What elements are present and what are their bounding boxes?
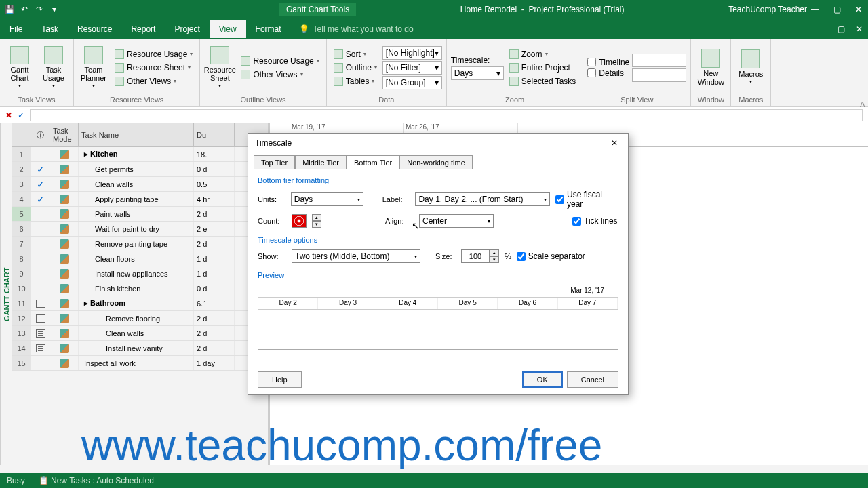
align-select[interactable]: Center▾	[419, 214, 494, 228]
group-dropdown[interactable]: [No Group]▾	[382, 76, 442, 89]
gantt-chart-button[interactable]: Gantt Chart▾	[4, 45, 35, 91]
zoom-button[interactable]: Zoom▾	[507, 48, 579, 60]
tab-resource[interactable]: Resource	[68, 20, 121, 38]
tick-lines-check[interactable]: Tick lines	[572, 216, 618, 226]
ribbon-options-icon[interactable]: ▢	[832, 24, 850, 34]
tab-file[interactable]: File	[0, 20, 32, 38]
resource-usage-button[interactable]: Resource Usage▾	[112, 48, 195, 60]
formula-bar: ✕ ✓	[0, 107, 868, 123]
accept-entry-icon[interactable]: ✓	[18, 110, 24, 120]
entire-project-button[interactable]: Entire Project	[507, 62, 579, 74]
tab-format[interactable]: Format	[246, 20, 291, 38]
show-select[interactable]: Two tiers (Middle, Bottom)▾	[292, 249, 420, 263]
watermark: www.teachucomp.com/free	[81, 420, 602, 470]
details-check[interactable]: Details	[587, 68, 629, 78]
qat-more-icon[interactable]: ▾	[49, 4, 60, 15]
user-name: TeachUcomp Teacher	[728, 5, 807, 14]
tables-button[interactable]: Tables▾	[331, 75, 380, 87]
label-select[interactable]: Day 1, Day 2, ... (From Start)▾	[415, 192, 550, 206]
table-row[interactable]: 14 Install new vanity 2 d	[12, 341, 268, 356]
resource-usage-2[interactable]: Resource Usage▾	[238, 55, 321, 67]
collapse-ribbon-icon[interactable]: ᐱ	[860, 100, 865, 109]
table-row[interactable]: 4 ✓ Apply painting tape 4 hr	[12, 192, 268, 207]
redo-icon[interactable]: ↷	[34, 4, 45, 15]
size-spinner[interactable]: 100▴▾	[461, 249, 499, 263]
maximize-icon[interactable]: ▢	[831, 4, 842, 15]
undo-icon[interactable]: ↶	[19, 4, 30, 15]
outline-button[interactable]: Outline▾	[331, 62, 380, 74]
tab-nonworking[interactable]: Non-working time	[399, 155, 473, 169]
timescale-dialog: Timescale ✕ Top Tier Middle Tier Bottom …	[248, 133, 629, 395]
count-highlight-icon	[292, 214, 307, 228]
cancel-entry-icon[interactable]: ✕	[5, 110, 12, 120]
tell-me[interactable]: 💡 Tell me what you want to do	[299, 24, 414, 34]
table-row[interactable]: 6 Wait for paint to dry 2 e	[12, 222, 268, 237]
tab-middle-tier[interactable]: Middle Tier	[295, 155, 347, 169]
task-table: ⓘ Task Mode Task Name Du 1 ▸ Kitchen 18.…	[12, 123, 270, 465]
view-strip: GANTT CHART	[0, 123, 12, 465]
table-row[interactable]: 9 Install new appliances 1 d	[12, 266, 268, 281]
new-window-button[interactable]: New Window	[695, 45, 726, 91]
title-bar: 💾 ↶ ↷ ▾ Gantt Chart Tools Home Remodel -…	[0, 0, 868, 19]
table-row[interactable]: 11 ▸ Bathroom 6.1	[12, 296, 268, 311]
tab-project[interactable]: Project	[165, 20, 209, 38]
status-bar: Busy 📋 New Tasks : Auto Scheduled	[0, 473, 868, 488]
task-usage-button[interactable]: Task Usage▾	[38, 45, 69, 91]
ribbon: Gantt Chart▾ Task Usage▾ Task Views Team…	[0, 39, 868, 107]
other-views-2[interactable]: Other Views▾	[238, 68, 321, 81]
table-row[interactable]: 13 Clean walls 2 d	[12, 326, 268, 341]
timescale-dropdown[interactable]: Days▾	[451, 66, 504, 80]
entry-input[interactable]	[30, 109, 863, 121]
tab-report[interactable]: Report	[121, 20, 165, 38]
menu-bar: File Task Resource Report Project View F…	[0, 19, 868, 39]
highlight-dropdown[interactable]: [No Highlight]▾	[382, 46, 442, 60]
ok-button[interactable]: OK	[522, 371, 563, 388]
scale-separator-check[interactable]: Scale separator	[517, 251, 585, 261]
macros-button[interactable]: Macros▾	[735, 45, 766, 91]
table-row[interactable]: 8 Clean floors 1 d	[12, 251, 268, 266]
dialog-close-icon[interactable]: ✕	[608, 136, 621, 150]
table-row[interactable]: 12 Remove flooring 2 d	[12, 311, 268, 326]
table-row[interactable]: 2 ✓ Get permits 0 d	[12, 162, 268, 177]
table-row[interactable]: 5 Paint walls 2 d	[12, 207, 268, 222]
table-row[interactable]: 15 Inspect all work 1 day	[12, 356, 268, 371]
sort-button[interactable]: Sort▾	[331, 48, 380, 60]
team-planner-button[interactable]: Team Planner▾	[78, 45, 109, 91]
tab-bottom-tier[interactable]: Bottom Tier	[347, 155, 399, 169]
save-icon[interactable]: 💾	[4, 4, 15, 15]
cancel-button[interactable]: Cancel	[567, 371, 618, 388]
units-select[interactable]: Days▾	[291, 192, 363, 206]
contextual-tools: Gantt Chart Tools	[279, 3, 356, 16]
filter-dropdown[interactable]: [No Filter]▾	[382, 61, 442, 75]
table-row[interactable]: 10 Finish kitchen 0 d	[12, 281, 268, 296]
window-close-icon[interactable]: ✕	[850, 24, 868, 34]
table-row[interactable]: 1 ▸ Kitchen 18.	[12, 147, 268, 162]
minimize-icon[interactable]: —	[810, 4, 821, 15]
other-views-button[interactable]: Other Views▾	[112, 75, 195, 87]
resource-sheet-button[interactable]: Resource Sheet▾	[112, 62, 195, 74]
tab-top-tier[interactable]: Top Tier	[254, 155, 295, 169]
help-button[interactable]: Help	[258, 371, 302, 388]
preview-area: Mar 12, '17 Day 2Day 3Day 4Day 5Day 6Day…	[258, 285, 618, 350]
tab-task[interactable]: Task	[32, 20, 68, 38]
resource-sheet-big[interactable]: Resource Sheet▾	[204, 45, 235, 91]
table-row[interactable]: 7 Remove painting tape 2 d	[12, 237, 268, 251]
count-spinner[interactable]: ▴▾	[312, 214, 321, 228]
selected-tasks-button[interactable]: Selected Tasks	[507, 75, 579, 87]
fiscal-year-check[interactable]: Use fiscal year	[555, 190, 618, 209]
close-icon[interactable]: ✕	[853, 4, 864, 15]
timeline-check[interactable]: Timeline	[587, 58, 629, 67]
table-row[interactable]: 3 ✓ Clean walls 0.5	[12, 177, 268, 192]
tab-view[interactable]: View	[210, 20, 246, 38]
dialog-title: Timescale	[255, 138, 292, 148]
